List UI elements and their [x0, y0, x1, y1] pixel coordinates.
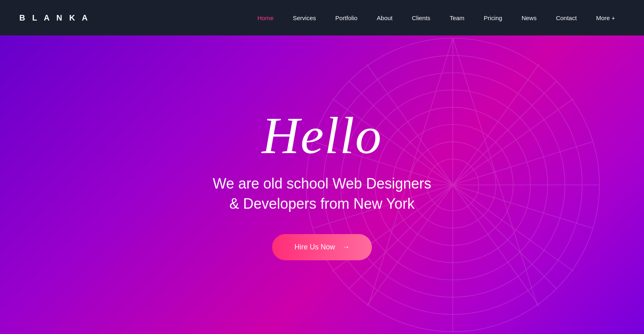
nav-item-services[interactable]: Services — [283, 0, 326, 35]
hero-subtitle-line1: We are old school Web Designers — [213, 175, 431, 192]
nav-link-clients[interactable]: Clients — [402, 0, 440, 35]
navbar: B L A N K A Home Services Portfolio Abou… — [0, 0, 644, 35]
nav-item-pricing[interactable]: Pricing — [474, 0, 512, 35]
nav-links: Home Services Portfolio About Clients Te… — [248, 0, 625, 35]
hero-subtitle-line2: & Developers from New York — [229, 195, 415, 212]
nav-link-about[interactable]: About — [367, 0, 402, 35]
nav-link-contact[interactable]: Contact — [546, 0, 586, 35]
hero-subtitle: We are old school Web Designers & Develo… — [213, 174, 431, 214]
nav-item-contact[interactable]: Contact — [546, 0, 586, 35]
nav-item-more[interactable]: More + — [586, 0, 625, 35]
hero-hello-text: Hello — [262, 109, 382, 162]
hire-us-button[interactable]: Hire Us Now → — [272, 234, 372, 260]
nav-link-more[interactable]: More + — [586, 0, 625, 35]
arrow-icon: → — [343, 243, 350, 251]
logo: B L A N K A — [19, 13, 90, 23]
nav-link-team[interactable]: Team — [440, 0, 474, 35]
hero-section: Hello We are old school Web Designers & … — [0, 35, 644, 334]
nav-item-portfolio[interactable]: Portfolio — [326, 0, 367, 35]
nav-link-news[interactable]: News — [512, 0, 547, 35]
cta-label: Hire Us Now — [294, 243, 335, 251]
nav-item-home[interactable]: Home — [248, 0, 283, 35]
nav-link-services[interactable]: Services — [283, 0, 326, 35]
hero-content: Hello We are old school Web Designers & … — [213, 109, 431, 261]
nav-link-portfolio[interactable]: Portfolio — [326, 0, 367, 35]
nav-item-clients[interactable]: Clients — [402, 0, 440, 35]
nav-link-pricing[interactable]: Pricing — [474, 0, 512, 35]
nav-item-team[interactable]: Team — [440, 0, 474, 35]
nav-item-news[interactable]: News — [512, 0, 547, 35]
nav-item-about[interactable]: About — [367, 0, 402, 35]
nav-link-home[interactable]: Home — [248, 0, 283, 35]
